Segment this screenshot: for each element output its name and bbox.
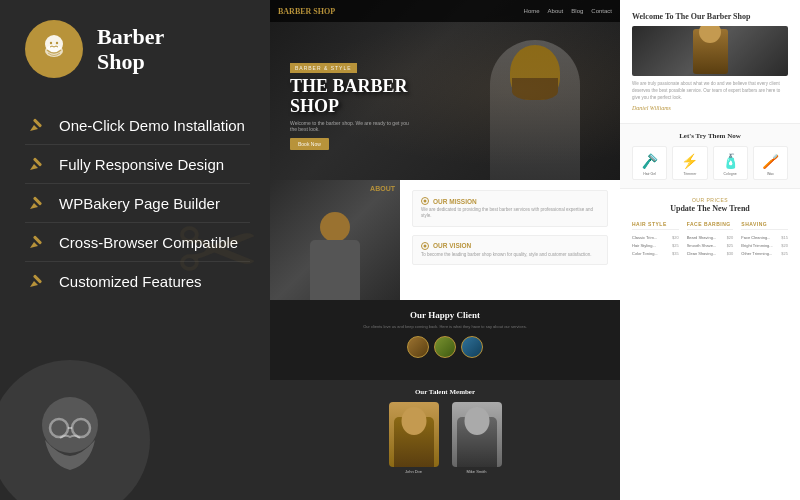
pricing-cat-face: FACE BARBING (687, 221, 734, 230)
wrench-icon-4 (25, 233, 47, 251)
mission-card-title: OUR MISSION (421, 197, 599, 205)
wrench-icon-5 (25, 272, 47, 290)
about-image: ABOUT (270, 180, 400, 300)
wrench-icon-2 (25, 155, 47, 173)
feature-item-cross-browser: Cross-Browser Compatible (25, 223, 250, 262)
preview-nav-links: Home About Blog Contact (524, 8, 612, 14)
product-icon-1: 🪒 (636, 150, 663, 172)
price-row-5: Smooth Shave... $25 (687, 241, 734, 249)
products-section: Let's Try Them Now 🪒 Hair Gel ⚡ Trimmer … (620, 124, 800, 189)
client-avatar-3 (461, 336, 483, 358)
price-row-6: Clean Shaving... $30 (687, 249, 734, 257)
barber-head (320, 212, 350, 242)
price-row-9: Other Trimming... $25 (741, 249, 788, 257)
product-card-4: 🪥 Wax (753, 146, 788, 180)
preview-hero-section: BARBER SHOP Home About Blog Contact BARB… (270, 0, 620, 180)
product-icon-3: 🧴 (717, 150, 744, 172)
price-row-1: Classic Trim... $20 (632, 233, 679, 241)
nav-link-about[interactable]: About (548, 8, 564, 14)
price-row-2: Hair Styling... $25 (632, 241, 679, 249)
products-row: 🪒 Hair Gel ⚡ Trimmer 🧴 Cologne 🪥 Wax (632, 146, 788, 180)
person-silhouette (490, 40, 580, 180)
pricing-section: Our Prices Update The New Trend HAIR STY… (620, 189, 800, 500)
preview-nav-logo: BARBER SHOP (278, 7, 335, 16)
vision-card: OUR VISION To become the leading barber … (412, 235, 608, 265)
mission-icon (421, 197, 429, 205)
pricing-header: Update The New Trend (632, 204, 788, 213)
barber-figure (310, 212, 360, 300)
price-row-3: Color Toning... $35 (632, 249, 679, 257)
logo-area: Barber Shop (25, 20, 164, 78)
logo-circle (25, 20, 83, 78)
nav-link-contact[interactable]: Contact (591, 8, 612, 14)
feature-label-one-click: One-Click Demo Installation (59, 117, 245, 134)
logo-name-line2: Shop (97, 49, 145, 74)
client-avatars (282, 336, 608, 358)
preview-container: BARBER SHOP Home About Blog Contact BARB… (270, 0, 800, 500)
team-title: Our Talent Member (282, 388, 608, 396)
pricing-col-face: FACE BARBING Beard Shaving... $20 Smooth… (687, 221, 734, 257)
mission-area: OUR MISSION We are dedicated to providin… (400, 180, 620, 300)
svg-point-2 (50, 42, 52, 44)
about-label: ABOUT (370, 185, 395, 192)
nav-link-blog[interactable]: Blog (571, 8, 583, 14)
feature-label-wpbakery: WPBakery Page Builder (59, 195, 220, 212)
preview-middle-section: ABOUT OUR MISSION We are dedicated to pr… (270, 180, 620, 300)
preview-right-col: Welcome To The Our Barber Shop We are tr… (620, 0, 800, 500)
svg-point-3 (56, 42, 58, 44)
product-icon-2: ⚡ (676, 150, 703, 172)
clients-text: Our clients love us and keep coming back… (282, 324, 608, 330)
team-cards: John Doe Mike Smith (282, 402, 608, 474)
welcome-signature: Daniel Williams (632, 105, 788, 111)
product-name-1: Hair Gel (636, 172, 663, 176)
logo-text: Barber Shop (97, 24, 164, 75)
team-member-2: Mike Smith (449, 402, 504, 474)
hero-badge: BARBER & STYLE (290, 63, 357, 73)
welcome-image (632, 26, 788, 76)
team-section: Our Talent Member John Doe (270, 380, 620, 500)
logo-name-line1: Barber (97, 24, 164, 49)
feature-label-cross-browser: Cross-Browser Compatible (59, 234, 238, 251)
pricing-badge: Our Prices (632, 197, 788, 203)
team-head-1 (401, 407, 426, 435)
hero-title: THE BARBER SHOP (290, 77, 410, 117)
barber-logo-icon (37, 32, 71, 66)
team-head-2 (464, 407, 489, 435)
hero-content: BARBER & STYLE THE BARBER SHOP Welcome t… (290, 56, 410, 150)
hero-book-button[interactable]: Book Now (290, 138, 329, 150)
team-photo-2 (452, 402, 502, 467)
svg-point-16 (424, 244, 427, 247)
welcome-title: Welcome To The Our Barber Shop (632, 12, 788, 21)
pricing-col-shaving: SHAVING Face Cleaning... $15 Bright Trim… (741, 221, 788, 257)
pricing-cat-hair: HAIR STYLE (632, 221, 679, 230)
product-card-1: 🪒 Hair Gel (632, 146, 667, 180)
team-photo-1 (389, 402, 439, 467)
wrench-icon-3 (25, 194, 47, 212)
happy-clients-section: Our Happy Client Our clients love us and… (270, 300, 620, 380)
client-avatar-1 (407, 336, 429, 358)
mission-card: OUR MISSION We are dedicated to providin… (412, 190, 608, 227)
mission-text: We are dedicated to providing the best b… (421, 207, 599, 220)
hero-subtitle: Welcome to the barber shop. We are ready… (290, 120, 410, 132)
beard-svg (10, 380, 130, 500)
product-card-2: ⚡ Trimmer (672, 146, 707, 180)
svg-point-14 (424, 200, 427, 203)
feature-item-wpbakery: WPBakery Page Builder (25, 184, 250, 223)
person-beard (512, 78, 558, 100)
nav-link-home[interactable]: Home (524, 8, 540, 14)
preview-left-col: BARBER SHOP Home About Blog Contact BARB… (270, 0, 620, 500)
price-row-4: Beard Shaving... $20 (687, 233, 734, 241)
feature-label-responsive: Fully Responsive Design (59, 156, 224, 173)
products-title: Let's Try Them Now (632, 132, 788, 140)
feature-label-customized: Customized Features (59, 273, 202, 290)
feature-item-responsive: Fully Responsive Design (25, 145, 250, 184)
clients-title: Our Happy Client (282, 310, 608, 320)
team-name-2: Mike Smith (449, 469, 504, 474)
client-avatar-2 (434, 336, 456, 358)
welcome-head (699, 26, 721, 43)
team-member-1: John Doe (386, 402, 441, 474)
product-card-3: 🧴 Cologne (713, 146, 748, 180)
product-name-2: Trimmer (676, 172, 703, 176)
welcome-barber (693, 29, 728, 74)
vision-text: To become the leading barber shop known … (421, 252, 599, 258)
